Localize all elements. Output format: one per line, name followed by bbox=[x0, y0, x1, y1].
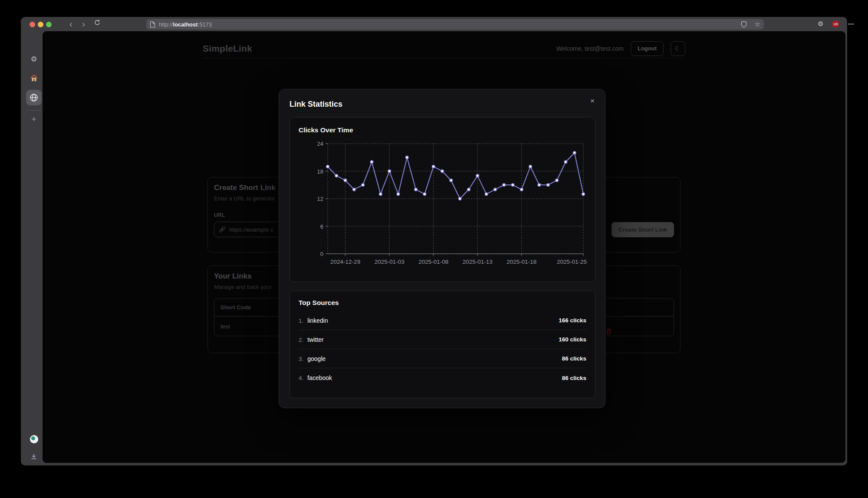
browser-window: ‹ › http://localhost:5173 bbox=[21, 17, 847, 465]
sidebar-active-tab[interactable] bbox=[26, 90, 42, 105]
source-clicks: 160 clicks bbox=[559, 336, 586, 343]
svg-text:2025-01-03: 2025-01-03 bbox=[375, 259, 404, 265]
svg-text:2025-01-18: 2025-01-18 bbox=[506, 259, 536, 265]
modal-title: Link Statistics bbox=[289, 100, 595, 109]
source-name: facebook bbox=[307, 374, 332, 381]
modal-close-button[interactable]: × bbox=[587, 95, 598, 107]
new-tab-plus-icon[interactable]: + bbox=[29, 114, 39, 124]
source-name: twitter bbox=[307, 336, 323, 343]
source-rank: 2. bbox=[299, 337, 303, 343]
svg-text:12: 12 bbox=[317, 196, 323, 202]
source-rank: 1. bbox=[299, 318, 303, 324]
url-bar[interactable]: http://localhost:5173 ☆ bbox=[146, 19, 764, 29]
browser-viewport: SimpleLink Welcome, test@test.com Logout… bbox=[43, 31, 845, 463]
minimize-window-button[interactable] bbox=[38, 22, 43, 27]
back-icon[interactable]: ‹ bbox=[69, 17, 72, 31]
chart-title: Clicks Over Time bbox=[299, 126, 586, 134]
sidebar-divider bbox=[26, 110, 41, 111]
svg-text:0: 0 bbox=[320, 251, 323, 257]
shield-icon[interactable] bbox=[741, 21, 747, 28]
svg-text:6: 6 bbox=[320, 223, 323, 230]
bookmark-star-icon[interactable]: ☆ bbox=[755, 21, 760, 28]
chart-area: 061218242024-12-292025-01-032025-01-0820… bbox=[299, 138, 586, 268]
list-item: 2.twitter 160 clicks bbox=[299, 330, 586, 349]
extensions-gear-icon[interactable]: ⚙ bbox=[818, 21, 823, 27]
clicks-over-time-chart: 061218242024-12-292025-01-032025-01-0820… bbox=[299, 138, 587, 268]
maximize-window-button[interactable] bbox=[46, 22, 52, 27]
menu-ellipsis-icon[interactable]: ••• bbox=[848, 22, 854, 26]
source-rank: 3. bbox=[299, 356, 303, 362]
downloads-icon[interactable] bbox=[29, 452, 39, 462]
clicks-over-time-card: Clicks Over Time 061218242024-12-292025-… bbox=[289, 117, 595, 282]
close-icon: × bbox=[590, 97, 595, 105]
source-clicks: 86 clicks bbox=[562, 375, 586, 381]
list-item: 3.google 86 clicks bbox=[299, 349, 586, 368]
desktop: ‹ › http://localhost:5173 bbox=[0, 0, 868, 498]
list-item: 1.linkedin 166 clicks bbox=[299, 311, 586, 330]
privacy-eye-icon[interactable] bbox=[29, 434, 39, 444]
close-window-button[interactable] bbox=[30, 22, 35, 27]
source-clicks: 166 clicks bbox=[559, 317, 586, 324]
sidebar-settings-gear-icon[interactable]: ⚙ bbox=[29, 54, 39, 64]
page-document-icon bbox=[150, 21, 155, 28]
url-text: http://localhost:5173 bbox=[159, 21, 212, 28]
svg-text:2025-01-08: 2025-01-08 bbox=[418, 259, 448, 265]
forward-icon[interactable]: › bbox=[82, 17, 85, 31]
svg-text:18: 18 bbox=[317, 168, 323, 175]
home-icon bbox=[30, 75, 38, 82]
list-item: 4.facebook 86 clicks bbox=[299, 368, 586, 387]
source-name: linkedin bbox=[307, 317, 328, 324]
svg-text:2025-01-13: 2025-01-13 bbox=[463, 259, 493, 265]
source-rank: 4. bbox=[299, 375, 303, 381]
top-sources-list: 1.linkedin 166 clicks 2.twitter 160 clic… bbox=[299, 311, 586, 387]
svg-text:2025-01-25: 2025-01-25 bbox=[557, 259, 587, 265]
globe-icon bbox=[30, 93, 38, 102]
sidebar-home-tab[interactable] bbox=[29, 73, 39, 83]
browser-titlebar: ‹ › http://localhost:5173 bbox=[21, 17, 847, 31]
source-clicks: 86 clicks bbox=[562, 355, 586, 362]
source-name: google bbox=[307, 355, 326, 362]
link-statistics-modal: Link Statistics × Clicks Over Time 06121… bbox=[279, 89, 605, 408]
top-sources-title: Top Sources bbox=[299, 299, 586, 307]
svg-text:2024-12-29: 2024-12-29 bbox=[330, 259, 360, 265]
extension-badge[interactable]: UD bbox=[832, 20, 839, 28]
toolbar-right-icons: ⚙ UD ••• bbox=[818, 17, 854, 31]
top-sources-card: Top Sources 1.linkedin 166 clicks 2.twit… bbox=[289, 291, 595, 398]
svg-text:24: 24 bbox=[317, 141, 323, 147]
